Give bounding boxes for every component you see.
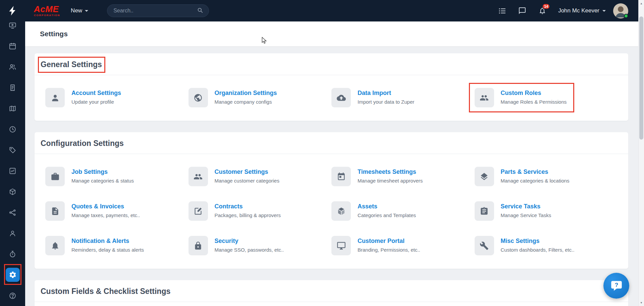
item-title[interactable]: Organization Settings [215, 90, 277, 97]
settings-item-organization-settings[interactable]: Organization SettingsManage company conf… [189, 88, 332, 107]
item-title[interactable]: Timesheets Settings [358, 168, 423, 175]
item-subtitle: Manage customer categories [215, 178, 279, 184]
settings-item-customer-portal[interactable]: Customer PortalBranding, Permissions, et… [331, 236, 475, 255]
online-status-dot [624, 14, 628, 18]
person-icon [45, 88, 65, 107]
item-text: Organization SettingsManage company conf… [215, 88, 277, 105]
item-subtitle: Manage company configs [215, 99, 277, 105]
globe-icon [189, 88, 208, 107]
item-title[interactable]: Customer Portal [358, 238, 420, 245]
item-subtitle: Packages, billing & approvers [215, 212, 281, 218]
briefcase-icon [45, 167, 65, 186]
notifications-bell-icon[interactable]: 14 [538, 6, 547, 15]
network-icon [6, 205, 20, 219]
zuper-logo[interactable] [0, 5, 25, 16]
sidebar-item-customers[interactable] [0, 56, 25, 77]
item-title[interactable]: Job Settings [71, 168, 134, 175]
clock-icon [6, 122, 20, 136]
help-icon [6, 289, 20, 303]
settings-item-timesheets-settings[interactable]: Timesheets SettingsManage timesheet appr… [331, 167, 475, 186]
settings-content: General Settings Account SettingsUpdate … [25, 46, 638, 306]
sidebar-item-dispatch[interactable] [0, 202, 25, 223]
bell-icon [45, 236, 65, 255]
scroll-down-arrow-icon[interactable]: ▼ [639, 300, 644, 305]
sidebar-item-service-areas[interactable] [0, 98, 25, 119]
item-title[interactable]: Data Import [358, 90, 414, 97]
settings-item-customer-settings[interactable]: Customer SettingsManage customer categor… [189, 167, 332, 186]
item-title[interactable]: Contracts [215, 203, 281, 210]
settings-item-job-settings[interactable]: Job SettingsManage categories & status [45, 167, 189, 186]
settings-grid: Account SettingsUpdate your profileOrgan… [35, 75, 628, 121]
list-icon[interactable] [498, 6, 506, 15]
settings-item-parts-services[interactable]: Parts & ServicesManage categories & loca… [475, 167, 618, 186]
settings-grid: Job SettingsManage categories & statusCu… [35, 154, 628, 269]
item-subtitle: Update your profile [71, 99, 121, 105]
settings-item-account-settings[interactable]: Account SettingsUpdate your profile [45, 88, 189, 107]
item-title[interactable]: Service Tasks [501, 203, 551, 210]
scrollbar-thumb[interactable] [639, 16, 643, 140]
sidebar-item-calendar[interactable] [0, 36, 25, 56]
sidebar-item-parts[interactable] [0, 181, 25, 202]
user-menu[interactable]: John Mc Keever [558, 7, 606, 14]
sidebar-item-settings[interactable] [0, 264, 25, 285]
user-icon [6, 226, 20, 240]
item-subtitle: Manage taxes, payments, etc.. [71, 212, 140, 218]
sidebar-item-teams[interactable] [0, 223, 25, 244]
search-icon[interactable] [197, 7, 203, 15]
settings-item-service-tasks[interactable]: Service TasksManage Service Tasks [475, 201, 618, 221]
search-input[interactable] [113, 7, 197, 14]
item-text: Timesheets SettingsManage timesheet appr… [358, 167, 423, 184]
settings-item-custom-roles[interactable]: Custom RolesManage Roles & Permissions [475, 88, 618, 107]
item-title[interactable]: Misc Settings [501, 238, 575, 245]
chevron-down-icon [85, 10, 88, 12]
item-title[interactable]: Notification & Alerts [71, 238, 144, 245]
item-text: AssetsCategories and Templates [358, 201, 416, 218]
scroll-up-arrow-icon[interactable]: ▲ [639, 1, 644, 6]
topbar: AcME CORPORATION New 14 John [0, 0, 644, 21]
settings-item-assets[interactable]: AssetsCategories and Templates [331, 201, 475, 221]
item-text: Customer SettingsManage customer categor… [215, 167, 279, 184]
sidebar-nav [0, 0, 25, 306]
section-header: General Settings [35, 53, 628, 75]
user-name: John Mc Keever [558, 7, 599, 14]
package-icon [6, 185, 20, 199]
document-icon [45, 201, 65, 221]
sidebar-item-time-off[interactable] [0, 244, 25, 264]
item-text: Quotes & InvoicesManage taxes, payments,… [71, 201, 140, 218]
item-title[interactable]: Security [215, 238, 284, 245]
item-title[interactable]: Parts & Services [501, 168, 570, 175]
sidebar-item-reports[interactable] [0, 160, 25, 181]
help-chat-fab[interactable]: ? [603, 273, 629, 299]
item-title[interactable]: Assets [358, 203, 416, 210]
chat-icon[interactable] [518, 6, 527, 15]
settings-item-misc-settings[interactable]: Misc SettingsCustom dashboards, Filters,… [475, 236, 618, 255]
section-header: Custom Fields & Checklist Settings [35, 280, 628, 302]
company-logo[interactable]: AcME CORPORATION [34, 5, 60, 17]
scrollbar[interactable]: ▲ ▼ [638, 0, 644, 306]
user-avatar[interactable] [613, 3, 628, 18]
sidebar-item-quotes[interactable] [0, 140, 25, 160]
company-logo-text: AcME [34, 5, 60, 13]
settings-item-notification-alerts[interactable]: Notification & AlertsReminders, delay & … [45, 236, 189, 255]
calendar-icon [6, 39, 20, 53]
settings-item-quotes-invoices[interactable]: Quotes & InvoicesManage taxes, payments,… [45, 201, 189, 221]
sidebar-item-invoices[interactable] [0, 77, 25, 98]
section-header: Configuration Settings [35, 132, 628, 154]
item-subtitle: Categories and Templates [358, 212, 416, 218]
settings-item-data-import[interactable]: Data ImportImport your data to Zuper [331, 88, 475, 107]
item-title[interactable]: Customer Settings [215, 168, 279, 175]
sidebar-item-help[interactable] [0, 285, 25, 306]
item-title[interactable]: Custom Roles [501, 90, 567, 97]
item-title[interactable]: Quotes & Invoices [71, 203, 140, 210]
lightning-bolt-icon [7, 5, 18, 16]
item-subtitle: Manage Service Tasks [501, 212, 551, 218]
settings-item-security[interactable]: SecurityManage SSO, passwords, etc.. [189, 236, 332, 255]
settings-item-contracts[interactable]: ContractsPackages, billing & approvers [189, 201, 332, 221]
receipt-icon [6, 81, 20, 95]
sidebar-item-timesheets[interactable] [0, 119, 25, 140]
search-box [107, 4, 209, 17]
item-subtitle: Manage SSO, passwords, etc.. [215, 247, 284, 253]
item-title[interactable]: Account Settings [71, 90, 121, 97]
new-dropdown-button[interactable]: New [71, 7, 88, 14]
contract-icon [189, 201, 208, 221]
